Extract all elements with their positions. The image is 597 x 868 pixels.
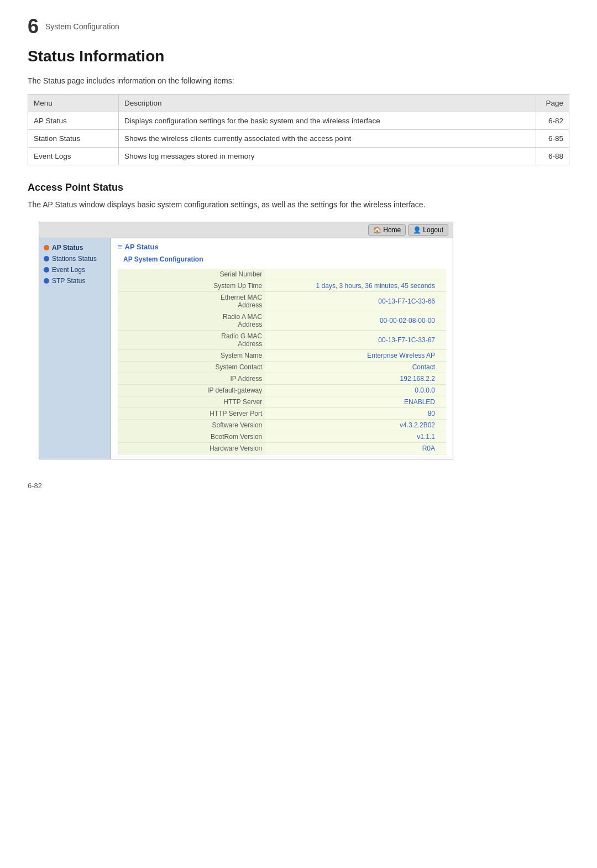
table-row: AP Status Displays configuration setting… <box>28 112 569 130</box>
col-header-page: Page <box>536 95 569 112</box>
access-point-status-desc: The AP Status window displays basic syst… <box>28 199 569 211</box>
home-icon: 🏠 <box>373 226 381 234</box>
config-row: HTTP Server Port 80 <box>118 408 446 420</box>
sidebar-dot <box>44 256 49 262</box>
config-value <box>265 269 446 280</box>
sidebar-dot <box>44 278 49 284</box>
ap-window-topbar: 🏠 Home 👤 Logout <box>39 222 453 238</box>
config-value: 0.0.0.0 <box>265 385 446 396</box>
menu-cell: Event Logs <box>28 148 119 165</box>
config-row: Software Version v4.3.2.2B02 <box>118 420 446 431</box>
config-row: Hardware Version R0A <box>118 443 446 454</box>
menu-cell: Station Status <box>28 130 119 148</box>
config-label: System Contact <box>118 362 265 373</box>
config-value: 192.168.2.2 <box>265 373 446 385</box>
config-row: Radio G MACAddress 00-13-F7-1C-33-67 <box>118 331 446 350</box>
config-value: 00-00-02-08-00-00 <box>265 311 446 331</box>
ap-status-label: AP Status <box>125 243 159 251</box>
page-title: Status Information <box>28 48 569 65</box>
home-button[interactable]: 🏠 Home <box>368 224 406 236</box>
config-table: Serial Number System Up Time 1 days, 3 h… <box>118 269 446 454</box>
sidebar-item-ap-status[interactable]: AP Status <box>44 244 106 252</box>
config-label: Hardware Version <box>118 443 265 454</box>
config-row: IP default-gateway 0.0.0.0 <box>118 385 446 396</box>
config-row: Serial Number <box>118 269 446 280</box>
config-value: v1.1.1 <box>265 431 446 443</box>
sidebar-item-label: Event Logs <box>52 266 85 274</box>
ap-status-icon: ≡ <box>118 243 122 251</box>
ap-status-section-title: ≡ AP Status <box>118 243 446 251</box>
config-value: Contact <box>265 362 446 373</box>
config-row: HTTP Server ENABLED <box>118 396 446 408</box>
config-row: System Up Time 1 days, 3 hours, 36 minut… <box>118 280 446 292</box>
config-value: 00-13-F7-1C-33-67 <box>265 331 446 350</box>
config-label: HTTP Server Port <box>118 408 265 420</box>
config-label: Radio A MACAddress <box>118 311 265 331</box>
sidebar-item-label: AP Status <box>52 244 83 252</box>
ap-subsection-title: AP System Configuration <box>118 255 446 263</box>
page-cell: 6-88 <box>536 148 569 165</box>
menu-cell: AP Status <box>28 112 119 130</box>
config-value: R0A <box>265 443 446 454</box>
description-cell: Shows the wireless clients currently ass… <box>118 130 536 148</box>
config-value: v4.3.2.2B02 <box>265 420 446 431</box>
config-value: 80 <box>265 408 446 420</box>
config-label: BootRom Version <box>118 431 265 443</box>
config-row: IP Address 192.168.2.2 <box>118 373 446 385</box>
config-row: Radio A MACAddress 00-00-02-08-00-00 <box>118 311 446 331</box>
config-row: BootRom Version v1.1.1 <box>118 431 446 443</box>
home-label: Home <box>383 226 401 234</box>
page-cell: 6-82 <box>536 112 569 130</box>
description-cell: Displays configuration settings for the … <box>118 112 536 130</box>
logout-label: Logout <box>423 226 443 234</box>
config-value: ENABLED <box>265 396 446 408</box>
sidebar-item-event-logs[interactable]: Event Logs <box>44 266 106 274</box>
logout-button[interactable]: 👤 Logout <box>408 224 448 236</box>
chapter-title: System Configuration <box>45 22 119 31</box>
config-label: Ethernet MACAddress <box>118 292 265 311</box>
logout-icon: 👤 <box>413 226 421 234</box>
sidebar-item-stations-status[interactable]: Stations Status <box>44 255 106 263</box>
config-label: Serial Number <box>118 269 265 280</box>
config-value: 1 days, 3 hours, 36 minutes, 45 seconds <box>265 280 446 292</box>
config-label: Software Version <box>118 420 265 431</box>
intro-text: The Status page includes information on … <box>28 76 569 85</box>
chapter-header: 6 System Configuration <box>28 17 569 36</box>
table-row: Station Status Shows the wireless client… <box>28 130 569 148</box>
chapter-number: 6 <box>28 17 39 36</box>
ap-sidebar: AP StatusStations StatusEvent LogsSTP St… <box>39 238 111 459</box>
config-label: System Name <box>118 350 265 362</box>
menu-table: Menu Description Page AP Status Displays… <box>28 94 569 165</box>
description-cell: Shows log messages stored in memory <box>118 148 536 165</box>
col-header-menu: Menu <box>28 95 119 112</box>
sidebar-item-label: Stations Status <box>52 255 97 263</box>
config-row: System Contact Contact <box>118 362 446 373</box>
ap-window-body: AP StatusStations StatusEvent LogsSTP St… <box>39 238 453 459</box>
page-number: 6-82 <box>28 482 42 490</box>
config-row: Ethernet MACAddress 00-13-F7-1C-33-66 <box>118 292 446 311</box>
config-row: System Name Enterprise Wireless AP <box>118 350 446 362</box>
ap-window: 🏠 Home 👤 Logout AP StatusStations Status… <box>39 222 453 459</box>
config-label: Radio G MACAddress <box>118 331 265 350</box>
page-cell: 6-85 <box>536 130 569 148</box>
config-label: IP Address <box>118 373 265 385</box>
sidebar-item-stp-status[interactable]: STP Status <box>44 277 106 285</box>
table-row: Event Logs Shows log messages stored in … <box>28 148 569 165</box>
config-label: IP default-gateway <box>118 385 265 396</box>
col-header-description: Description <box>118 95 536 112</box>
config-label: HTTP Server <box>118 396 265 408</box>
config-label: System Up Time <box>118 280 265 292</box>
sidebar-dot <box>44 245 49 250</box>
config-value: Enterprise Wireless AP <box>265 350 446 362</box>
sidebar-item-label: STP Status <box>52 277 85 285</box>
sidebar-dot <box>44 267 49 273</box>
page-footer: 6-82 <box>28 482 569 490</box>
config-value: 00-13-F7-1C-33-66 <box>265 292 446 311</box>
ap-main-content: ≡ AP Status AP System Configuration Seri… <box>111 238 453 459</box>
access-point-status-heading: Access Point Status <box>28 182 569 194</box>
